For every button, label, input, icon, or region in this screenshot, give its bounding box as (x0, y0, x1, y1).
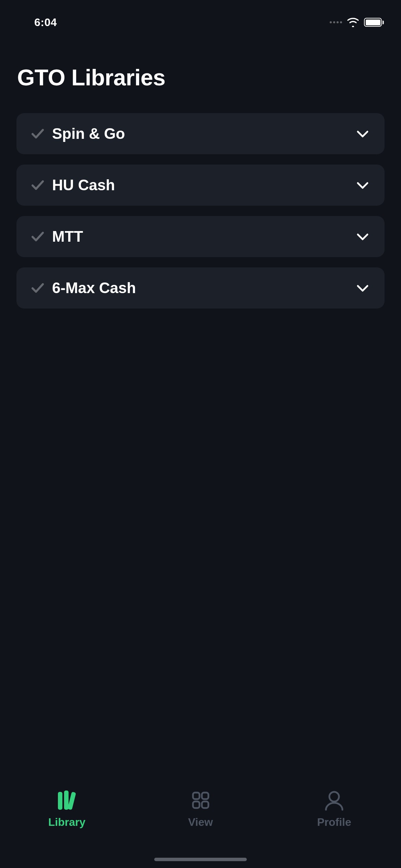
library-row-label: MTT (52, 228, 355, 245)
tab-view[interactable]: View (159, 789, 242, 829)
svg-rect-5 (193, 801, 199, 808)
tab-bar: Library View Profile (0, 779, 401, 868)
library-row-label: 6-Max Cash (52, 279, 355, 297)
checkmark-icon (31, 178, 45, 192)
library-row-6-max-cash[interactable]: 6-Max Cash (16, 267, 385, 309)
library-row-spin-and-go[interactable]: Spin & Go (16, 113, 385, 154)
svg-point-7 (329, 792, 339, 801)
checkmark-icon (31, 281, 45, 295)
tab-label: View (188, 816, 213, 829)
status-time: 6:04 (34, 16, 57, 29)
library-row-hu-cash[interactable]: HU Cash (16, 165, 385, 206)
page-title: GTO Libraries (17, 64, 165, 91)
svg-rect-0 (58, 792, 62, 810)
chevron-down-icon (355, 280, 370, 296)
svg-rect-2 (68, 792, 76, 810)
checkmark-icon (31, 127, 45, 141)
chevron-down-icon (355, 229, 370, 244)
library-list: Spin & Go HU Cash MTT 6-Max Cash (16, 113, 385, 309)
status-indicators (330, 17, 384, 27)
tab-label: Library (48, 816, 85, 829)
wifi-icon (347, 17, 359, 27)
tab-label: Profile (317, 816, 351, 829)
status-bar: 6:04 (0, 0, 401, 45)
svg-rect-1 (64, 791, 69, 810)
svg-rect-6 (202, 801, 208, 808)
tab-library[interactable]: Library (26, 789, 108, 829)
cellular-icon (330, 21, 342, 23)
library-row-label: Spin & Go (52, 125, 355, 142)
checkmark-icon (31, 230, 45, 243)
chevron-down-icon (355, 178, 370, 193)
library-row-mtt[interactable]: MTT (16, 216, 385, 257)
chevron-down-icon (355, 126, 370, 141)
battery-icon (364, 18, 384, 27)
profile-icon (322, 789, 347, 812)
home-indicator[interactable] (154, 858, 247, 861)
grid-icon (188, 789, 213, 812)
svg-rect-4 (202, 793, 208, 799)
svg-rect-3 (193, 793, 199, 799)
library-icon (54, 789, 79, 812)
tab-profile[interactable]: Profile (293, 789, 375, 829)
library-row-label: HU Cash (52, 177, 355, 194)
